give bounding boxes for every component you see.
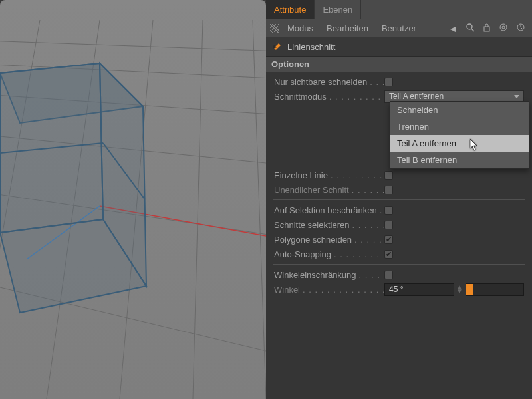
- row-only-visible: Nur sichtbare schneiden: [266, 74, 532, 89]
- tab-layers[interactable]: Ebenen: [315, 0, 361, 19]
- panel-toolbar: Modus Bearbeiten Benutzer ◄: [266, 19, 532, 37]
- tool-header: Linienschnitt: [266, 37, 532, 57]
- divider: [273, 200, 525, 200]
- row-angle: Winkel 45 ° ▲▼: [266, 282, 532, 297]
- dropdown-item-split[interactable]: Trennen: [390, 118, 529, 135]
- search-icon[interactable]: [463, 23, 477, 34]
- row-restrict-selection: Auf Selektion beschränken: [266, 203, 532, 217]
- row-cut-polygons: Polygone schneiden: [266, 232, 532, 247]
- svg-line-10: [253, 20, 266, 399]
- angle-stepper[interactable]: ▲▼: [456, 285, 463, 293]
- input-angle-value: 45 °: [389, 285, 403, 294]
- checkbox-only-visible[interactable]: [384, 78, 393, 86]
- svg-rect-21: [484, 27, 489, 31]
- dropdown-menu-cut-mode: Schneiden Trennen Teil A entfernen Teil …: [390, 101, 529, 169]
- checkbox-single-line[interactable]: [384, 171, 393, 180]
- checkbox-restrict-selection[interactable]: [384, 206, 393, 215]
- tab-attributes[interactable]: Attribute: [266, 0, 315, 19]
- checkbox-infinite-cut[interactable]: [384, 186, 393, 194]
- checkbox-select-cuts[interactable]: [384, 221, 393, 229]
- label-restrict-selection: Auf Selektion beschränken: [274, 205, 384, 215]
- row-auto-snap: Auto-Snapping: [266, 247, 532, 261]
- label-auto-snap: Auto-Snapping: [274, 249, 384, 259]
- label-cut-polygons: Polygone schneiden: [274, 235, 384, 245]
- svg-line-9: [193, 20, 203, 399]
- label-select-cuts: Schnitte selektieren: [274, 220, 384, 230]
- section-options-header: Optionen: [266, 57, 532, 72]
- target-icon[interactable]: [496, 23, 511, 34]
- svg-point-22: [500, 24, 507, 31]
- row-infinite-cut: Unendlicher Schnitt: [266, 182, 532, 197]
- row-single-line: Einzelne Linie: [266, 168, 532, 182]
- nav-back-icon[interactable]: ◄: [446, 23, 460, 34]
- checkbox-angle-restrict[interactable]: [384, 271, 393, 279]
- pencil-icon: [271, 41, 282, 52]
- label-angle: Winkel: [274, 285, 384, 295]
- checkbox-auto-snap[interactable]: [384, 250, 393, 259]
- svg-line-0: [0, 40, 266, 52]
- panel-tabs: Attribute Ebenen: [266, 0, 532, 19]
- 3d-viewport[interactable]: [0, 0, 266, 399]
- menu-user[interactable]: Benutzer: [376, 23, 422, 33]
- svg-line-20: [471, 29, 474, 31]
- divider: [273, 264, 525, 265]
- input-angle[interactable]: 45 °: [384, 283, 454, 296]
- checkbox-cut-polygons[interactable]: [384, 235, 393, 244]
- tool-name: Linienschnitt: [287, 42, 335, 52]
- svg-point-23: [502, 26, 505, 29]
- history-icon[interactable]: [513, 23, 528, 34]
- cursor-icon: [470, 139, 478, 151]
- lock-icon[interactable]: [480, 23, 493, 34]
- drag-handle-icon[interactable]: [270, 24, 279, 33]
- dropdown-cut-mode-value: Teil A entfernen: [389, 92, 444, 101]
- viewport-scene: [0, 0, 266, 399]
- label-cut-mode: Schnittmodus: [274, 92, 384, 102]
- label-angle-restrict: Winkeleinschränkung: [274, 270, 384, 280]
- dropdown-item-cut[interactable]: Schneiden: [390, 102, 529, 118]
- slider-fill: [466, 284, 473, 295]
- label-only-visible: Nur sichtbare schneiden: [274, 77, 384, 87]
- row-select-cuts: Schnitte selektieren: [266, 217, 532, 232]
- menu-edit[interactable]: Bearbeiten: [321, 23, 374, 33]
- svg-point-19: [467, 24, 472, 29]
- chevron-down-icon: [514, 95, 519, 98]
- row-angle-restrict: Winkeleinschränkung: [266, 267, 532, 282]
- slider-angle[interactable]: [466, 283, 524, 296]
- attribute-panel: Attribute Ebenen Modus Bearbeiten Benutz…: [266, 0, 532, 399]
- options-content: Nur sichtbare schneiden Schnittmodus Tei…: [266, 72, 532, 299]
- label-infinite-cut: Unendlicher Schnitt: [274, 185, 384, 195]
- dropdown-item-remove-a[interactable]: Teil A entfernen: [390, 135, 529, 152]
- label-single-line: Einzelne Linie: [274, 170, 384, 180]
- app-root: Attribute Ebenen Modus Bearbeiten Benutz…: [0, 0, 532, 399]
- dropdown-item-remove-b[interactable]: Teil B entfernen: [390, 152, 529, 168]
- menu-mode[interactable]: Modus: [282, 23, 319, 33]
